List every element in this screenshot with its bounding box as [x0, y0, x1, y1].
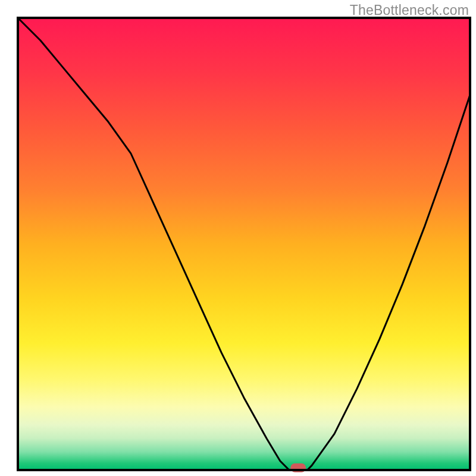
- chart-background-gradient: [18, 18, 470, 470]
- watermark-text: TheBottleneck.com: [350, 2, 469, 18]
- bottleneck-chart: [0, 0, 476, 476]
- chart-container: TheBottleneck.com: [0, 0, 476, 476]
